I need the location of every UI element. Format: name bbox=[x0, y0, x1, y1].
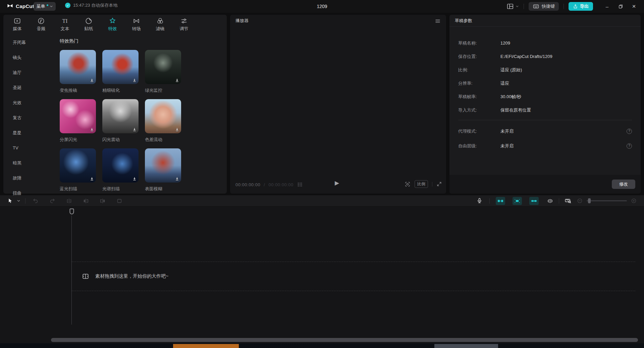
media-drop-zone[interactable]: 素材拖拽到这里，开始你的大作吧~ bbox=[72, 262, 635, 291]
taskbar-app-highlight[interactable] bbox=[434, 344, 498, 348]
category-stars[interactable]: 星星 bbox=[3, 125, 54, 140]
category-lens[interactable]: 镜头 bbox=[3, 50, 54, 65]
split-clip-icon[interactable] bbox=[66, 198, 72, 204]
tab-audio[interactable]: 音频 bbox=[29, 15, 53, 33]
info-icon[interactable]: ? bbox=[627, 129, 632, 134]
delete-clip-icon[interactable] bbox=[116, 198, 123, 204]
effect-thumbnail[interactable] bbox=[60, 50, 96, 84]
split-keep-right-icon[interactable] bbox=[99, 198, 106, 204]
effect-thumbnail[interactable] bbox=[145, 50, 181, 84]
tab-transitions[interactable]: 转场 bbox=[124, 15, 148, 33]
player-panel: 播放器 00:00:00:00 / 00:00:00:00 ▶ 比例 bbox=[230, 15, 446, 194]
tab-media[interactable]: 媒体 bbox=[5, 15, 29, 33]
effect-name: 蓝光扫描 bbox=[60, 186, 96, 192]
mirror-split-icon[interactable] bbox=[547, 198, 553, 204]
draft-row-value: 适应 bbox=[500, 80, 509, 87]
effect-thumbnail[interactable] bbox=[60, 99, 96, 133]
effect-thumbnail[interactable] bbox=[102, 99, 139, 133]
effect-thumbnail[interactable] bbox=[102, 50, 139, 84]
zoom-in-icon[interactable] bbox=[631, 198, 637, 204]
player-menu-icon[interactable] bbox=[435, 18, 441, 24]
record-voiceover-icon[interactable] bbox=[476, 198, 483, 204]
download-icon[interactable] bbox=[175, 127, 179, 132]
linkage-toggle[interactable] bbox=[513, 197, 522, 205]
download-icon[interactable] bbox=[132, 177, 137, 181]
download-icon[interactable] bbox=[90, 127, 94, 132]
close-button[interactable]: × bbox=[627, 1, 641, 11]
auto-snap-toggle[interactable] bbox=[496, 197, 505, 205]
select-cursor-icon[interactable] bbox=[7, 198, 13, 204]
tab-text[interactable]: TI 文本 bbox=[53, 15, 77, 33]
effect-card[interactable]: 闪光震动 bbox=[102, 99, 139, 148]
timeline[interactable]: 素材拖拽到这里，开始你的大作吧~ bbox=[0, 206, 644, 343]
effect-card[interactable]: 分屏闪光 bbox=[60, 99, 96, 148]
text-icon: TI bbox=[62, 17, 67, 25]
draft-row-label: 导入方式: bbox=[458, 107, 500, 114]
undo-icon[interactable] bbox=[32, 198, 39, 204]
shortcuts-button[interactable]: 快捷键 bbox=[529, 2, 559, 11]
zoom-out-icon[interactable] bbox=[577, 198, 583, 204]
category-disco[interactable]: 迪厅 bbox=[3, 65, 54, 80]
category-tv[interactable]: TV bbox=[3, 140, 54, 155]
download-icon[interactable] bbox=[132, 78, 137, 83]
download-icon[interactable] bbox=[90, 177, 94, 181]
tab-effects[interactable]: 特效 bbox=[101, 15, 124, 33]
effect-card[interactable]: 表面模糊 bbox=[145, 148, 181, 198]
tab-filters[interactable]: 滤镜 bbox=[148, 15, 172, 33]
horizontal-scrollbar[interactable] bbox=[51, 338, 638, 342]
tab-label: 转场 bbox=[132, 26, 141, 32]
effect-thumbnail[interactable] bbox=[145, 99, 181, 133]
category-dark[interactable]: 暗黑 bbox=[3, 155, 54, 170]
restore-button[interactable] bbox=[614, 1, 627, 11]
layout-chevron-icon[interactable] bbox=[516, 5, 519, 8]
frame-list-icon[interactable] bbox=[297, 181, 303, 188]
effect-thumbnail[interactable] bbox=[102, 148, 139, 183]
redo-icon[interactable] bbox=[49, 198, 56, 204]
zoom-slider-track[interactable] bbox=[587, 200, 627, 201]
download-icon[interactable] bbox=[175, 78, 179, 83]
download-icon[interactable] bbox=[175, 177, 179, 181]
effect-thumbnail[interactable] bbox=[145, 148, 181, 183]
draft-row: 导入方式: 保留在原有位置 bbox=[458, 107, 632, 114]
category-light-fx[interactable]: 光效 bbox=[3, 95, 54, 110]
timeline-zoom-slider[interactable] bbox=[587, 200, 627, 201]
cursor-mode-chevron-icon[interactable] bbox=[17, 199, 20, 203]
preview-axis-toggle[interactable] bbox=[529, 197, 539, 205]
effect-card[interactable]: 变焦推镜 bbox=[60, 50, 96, 99]
timecode-current: 00:00:00:00 bbox=[235, 182, 260, 187]
layout-panels-icon[interactable] bbox=[506, 3, 514, 10]
play-button[interactable]: ▶ bbox=[335, 180, 339, 186]
category-retro[interactable]: 复古 bbox=[3, 110, 54, 125]
download-icon[interactable] bbox=[90, 78, 94, 83]
ratio-button[interactable]: 比例 bbox=[415, 180, 428, 188]
zoom-slider-handle[interactable] bbox=[588, 198, 591, 203]
minimize-button[interactable]: – bbox=[600, 1, 614, 11]
effect-card[interactable]: 光谱扫描 bbox=[102, 148, 139, 198]
capcut-window: CapCut 菜单 ✓ 15:47:23 自动保存本地 1209 bbox=[0, 0, 644, 348]
preview-focus-icon[interactable] bbox=[405, 181, 411, 187]
effect-card[interactable]: 色差流动 bbox=[145, 99, 181, 148]
effects-star-icon bbox=[109, 17, 116, 25]
category-glitch[interactable]: 故障 bbox=[3, 170, 54, 186]
effect-thumbnail[interactable] bbox=[60, 148, 96, 183]
download-icon[interactable] bbox=[132, 127, 137, 132]
tab-adjust[interactable]: 调节 bbox=[172, 15, 196, 33]
titlebar-divider bbox=[524, 4, 524, 9]
effect-card[interactable]: 蓝光扫描 bbox=[60, 148, 96, 198]
playhead-handle[interactable] bbox=[69, 208, 74, 215]
timeline-scale-icon[interactable] bbox=[565, 197, 572, 204]
split-keep-left-icon[interactable] bbox=[83, 198, 89, 204]
audio-icon bbox=[37, 17, 45, 25]
info-icon[interactable]: ? bbox=[627, 143, 632, 149]
effect-card[interactable]: 绿光监控 bbox=[145, 50, 181, 99]
taskbar-app-highlight[interactable] bbox=[173, 344, 239, 348]
export-button[interactable]: 导出 bbox=[569, 2, 593, 11]
category-christmas[interactable]: 圣诞 bbox=[3, 80, 54, 95]
fullscreen-icon[interactable] bbox=[436, 181, 442, 187]
tab-label: 贴纸 bbox=[85, 26, 93, 32]
toolbar-divider bbox=[559, 198, 559, 204]
modify-button[interactable]: 修改 bbox=[612, 180, 635, 189]
category-open-close[interactable]: 开闭幕 bbox=[3, 35, 54, 50]
effect-card[interactable]: 精细锐化 bbox=[102, 50, 139, 99]
tab-stickers[interactable]: 贴纸 bbox=[77, 15, 101, 33]
